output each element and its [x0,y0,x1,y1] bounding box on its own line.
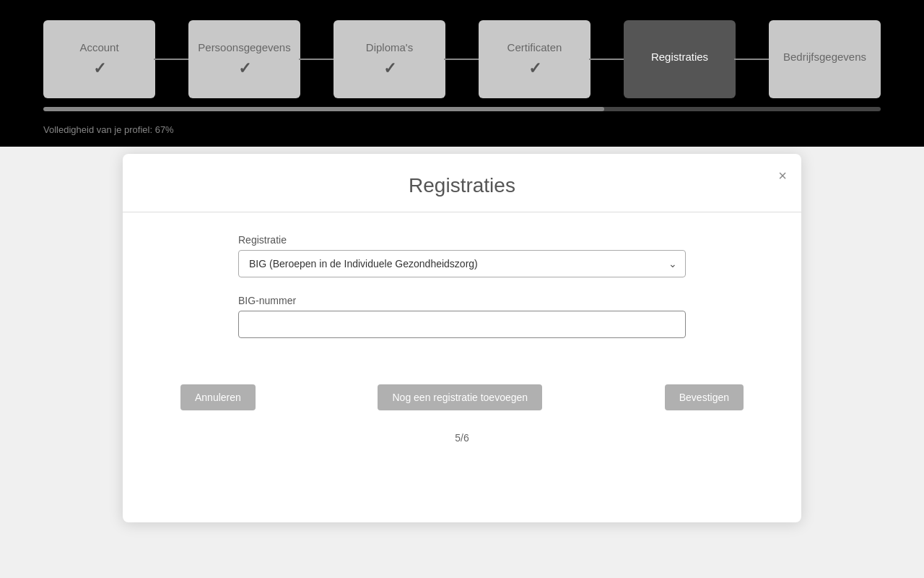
cancel-button[interactable]: Annuleren [180,384,256,410]
big-number-field-group: BIG-nummer [238,295,686,338]
step-account[interactable]: Account ✓ [43,20,155,98]
modal-pagination: 5/6 [123,418,801,451]
step-connector-1 [154,59,190,60]
step-connector-5 [734,59,770,60]
registration-field-group: Registratie BIG (Beroepen in de Individu… [238,234,686,277]
step-connector-4 [589,59,625,60]
add-registration-button[interactable]: Nog een registratie toevoegen [378,384,542,410]
main-content: Registraties × Registratie BIG (Beroepen… [0,147,924,578]
progress-bar-background [43,107,881,111]
confirm-button[interactable]: Bevestigen [665,384,744,410]
step-bedrijfsgegevens[interactable]: Bedrijfsgegevens [769,20,881,98]
stepper: Account ✓ Persoonsgegevens ✓ Diploma's ✓… [43,20,881,98]
registration-select[interactable]: BIG (Beroepen in de Individuele Gezondhe… [238,250,686,277]
big-number-label: BIG-nummer [238,295,686,306]
step-diplomas[interactable]: Diploma's ✓ [334,20,445,98]
step-connector-2 [299,59,335,60]
big-number-input[interactable] [238,311,686,338]
progress-bar-fill [43,107,604,111]
step-persoonsgegevens[interactable]: Persoonsgegevens ✓ [188,20,300,98]
step-connector-3 [444,59,480,60]
modal-header: Registraties × [123,154,801,212]
progress-text: Volledigheid van je profiel: 67% [0,118,924,147]
registration-label: Registratie [238,234,686,246]
stepper-area: Account ✓ Persoonsgegevens ✓ Diploma's ✓… [0,0,924,98]
modal-registraties: Registraties × Registratie BIG (Beroepen… [123,154,801,522]
step-certificaten[interactable]: Certificaten ✓ [479,20,590,98]
modal-footer: Annuleren Nog een registratie toevoegen … [123,370,801,418]
registration-select-wrapper: BIG (Beroepen in de Individuele Gezondhe… [238,250,686,277]
modal-body: Registratie BIG (Beroepen in de Individu… [123,212,801,370]
modal-title: Registraties [152,174,772,197]
progress-area [0,98,924,111]
step-registraties[interactable]: Registraties [624,20,736,98]
modal-close-button[interactable]: × [778,168,787,183]
